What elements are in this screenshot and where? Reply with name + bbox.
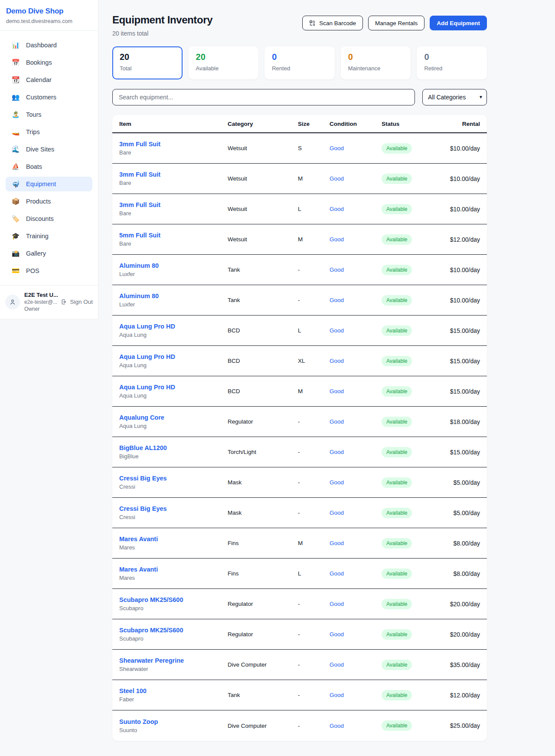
sidebar-item-dive-sites[interactable]: 🌊Dive Sites [6, 142, 92, 157]
cell-category: Wetsuit [228, 175, 298, 182]
item-name-link[interactable]: Suunto Zoop [119, 718, 228, 725]
cell-category: Fins [228, 540, 298, 546]
condition-link[interactable]: Good [330, 266, 382, 273]
item-name-link[interactable]: Aqualung Core [119, 414, 228, 421]
stat-card-available[interactable]: 20Available [189, 46, 259, 79]
column-header-category: Category [228, 121, 298, 127]
sidebar-item-label: Dashboard [26, 42, 57, 49]
cell-status: Available [382, 629, 445, 640]
stat-card-retired[interactable]: 0Retired [417, 46, 487, 79]
items-total-subtitle: 20 items total [112, 30, 212, 37]
item-brand: Aqua Lung [119, 332, 228, 338]
sidebar-item-bookings[interactable]: 📅Bookings [6, 55, 92, 70]
condition-link[interactable]: Good [330, 661, 382, 668]
sidebar-item-training[interactable]: 🎓Training [6, 229, 92, 243]
item-name-link[interactable]: Shearwater Peregrine [119, 657, 228, 664]
sidebar-item-tours[interactable]: 🏝️Tours [6, 107, 92, 122]
brand-title[interactable]: Demo Dive Shop [6, 7, 92, 16]
cell-size: - [298, 661, 330, 668]
sidebar-item-label: POS [26, 267, 39, 274]
condition-link[interactable]: Good [330, 297, 382, 303]
sidebar-item-customers[interactable]: 👥Customers [6, 90, 92, 105]
status-badge: Available [382, 325, 412, 336]
item-name-link[interactable]: Cressi Big Eyes [119, 505, 228, 512]
status-badge: Available [382, 447, 412, 457]
sidebar-item-dashboard[interactable]: 📊Dashboard [6, 38, 92, 53]
condition-link[interactable]: Good [330, 358, 382, 364]
cell-rental: $20.00/day [445, 631, 480, 638]
condition-link[interactable]: Good [330, 236, 382, 243]
condition-link[interactable]: Good [330, 388, 382, 394]
scan-barcode-label: Scan Barcode [319, 20, 356, 26]
cell-status: Available [382, 204, 445, 214]
sidebar-item-calendar[interactable]: 📆Calendar [6, 72, 92, 87]
condition-link[interactable]: Good [330, 540, 382, 546]
condition-link[interactable]: Good [330, 327, 382, 334]
manage-rentals-button[interactable]: Manage Rentals [368, 16, 424, 30]
condition-link[interactable]: Good [330, 509, 382, 516]
condition-link[interactable]: Good [330, 692, 382, 698]
stat-card-rented[interactable]: 0Rented [264, 46, 335, 79]
item-name-link[interactable]: 3mm Full Suit [119, 141, 228, 148]
sidebar-item-label: Gallery [26, 250, 46, 257]
condition-link[interactable]: Good [330, 631, 382, 638]
item-brand: Cressi [119, 514, 228, 520]
sidebar-item-products[interactable]: 📦Products [6, 194, 92, 209]
item-name-link[interactable]: Steel 100 [119, 687, 228, 694]
search-input[interactable] [112, 89, 415, 105]
column-header-condition: Condition [330, 121, 382, 127]
scan-barcode-button[interactable]: Scan Barcode [302, 16, 363, 30]
stat-card-maintenance[interactable]: 0Maintenance [341, 46, 411, 79]
item-name-link[interactable]: 5mm Full Suit [119, 232, 228, 239]
item-name-link[interactable]: Scubapro MK25/S600 [119, 596, 228, 603]
dashboard-icon: 📊 [11, 41, 20, 49]
condition-link[interactable]: Good [330, 418, 382, 425]
condition-link[interactable]: Good [330, 145, 382, 151]
cell-status: Available [382, 265, 445, 275]
tours-icon: 🏝️ [11, 111, 20, 118]
stat-card-total[interactable]: 20Total [112, 46, 183, 79]
sidebar-item-gallery[interactable]: 📸Gallery [6, 246, 92, 261]
item-name-link[interactable]: BigBlue AL1200 [119, 444, 228, 451]
item-name-link[interactable]: 3mm Full Suit [119, 201, 228, 208]
sidebar-item-equipment[interactable]: 🤿Equipment [6, 177, 92, 191]
category-select[interactable]: All Categories [422, 89, 487, 105]
item-name-link[interactable]: Aqua Lung Pro HD [119, 384, 228, 391]
cell-category: Torch/Light [228, 449, 298, 455]
status-badge: Available [382, 508, 412, 518]
cell-size: M [298, 175, 330, 182]
item-name-link[interactable]: Scubapro MK25/S600 [119, 627, 228, 634]
cell-category: Wetsuit [228, 145, 298, 151]
condition-link[interactable]: Good [330, 601, 382, 607]
table-row: Aluminum 80LuxferTank-GoodAvailable$10.0… [112, 255, 487, 285]
item-name-link[interactable]: Mares Avanti [119, 566, 228, 573]
condition-link[interactable]: Good [330, 449, 382, 455]
item-name-link[interactable]: Aqua Lung Pro HD [119, 323, 228, 330]
cell-rental: $15.00/day [445, 327, 480, 334]
item-brand: Mares [119, 544, 228, 551]
item-name-link[interactable]: Cressi Big Eyes [119, 475, 228, 482]
item-name-link[interactable]: Mares Avanti [119, 536, 228, 542]
sidebar-item-discounts[interactable]: 🏷️Discounts [6, 211, 92, 226]
sidebar-item-pos[interactable]: 💳POS [6, 263, 92, 278]
cell-item: 3mm Full SuitBare [119, 201, 228, 217]
condition-link[interactable]: Good [330, 479, 382, 486]
sign-out-button[interactable]: Sign Out [61, 299, 93, 305]
item-name-link[interactable]: 3mm Full Suit [119, 171, 228, 178]
avatar [5, 295, 20, 309]
sidebar-item-boats[interactable]: ⛵Boats [6, 159, 92, 174]
item-brand: Scubapro [119, 605, 228, 611]
table-row: Aqualung CoreAqua LungRegulator-GoodAvai… [112, 407, 487, 437]
item-name-link[interactable]: Aqua Lung Pro HD [119, 353, 228, 360]
item-name-link[interactable]: Aluminum 80 [119, 262, 228, 269]
condition-link[interactable]: Good [330, 206, 382, 212]
sidebar-item-trips[interactable]: 🚤Trips [6, 125, 92, 139]
item-name-link[interactable]: Aluminum 80 [119, 293, 228, 299]
condition-link[interactable]: Good [330, 175, 382, 182]
condition-link[interactable]: Good [330, 570, 382, 577]
add-equipment-button[interactable]: Add Equipment [430, 16, 487, 30]
condition-link[interactable]: Good [330, 723, 382, 729]
sidebar-item-label: Dive Sites [26, 146, 54, 153]
cell-item: 5mm Full SuitBare [119, 232, 228, 247]
table-row: 3mm Full SuitBareWetsuitSGoodAvailable$1… [112, 133, 487, 164]
